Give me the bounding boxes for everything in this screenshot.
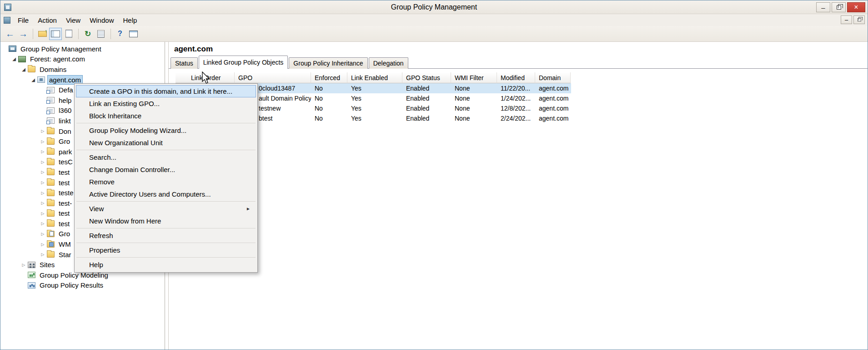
tree-item-forest-agent-com[interactable]: ◢Forest: agent.com: [0, 54, 165, 65]
cell-wmi-filter: None: [451, 105, 497, 112]
context-menu-item-help[interactable]: Help: [76, 259, 256, 271]
tree-item-label: Defa: [57, 85, 75, 95]
minimize-button[interactable]: –: [816, 2, 830, 12]
expander-collapsed-icon[interactable]: ▷: [40, 201, 46, 205]
mdi-minimize-button[interactable]: –: [841, 15, 852, 24]
menu-view[interactable]: View: [61, 14, 85, 26]
context-menu-item-label: Remove: [89, 178, 115, 186]
context-menu-item-properties[interactable]: Properties: [76, 244, 256, 256]
sites-icon: [28, 262, 35, 268]
context-menu-item-refresh[interactable]: Refresh: [76, 229, 256, 242]
console-window-icon: [4, 17, 10, 24]
column-header-modified[interactable]: Modified: [497, 72, 535, 83]
context-menu-item-new-organizational-unit[interactable]: New Organizational Unit: [76, 137, 256, 149]
menu-help[interactable]: Help: [118, 14, 141, 26]
menu-separator: [76, 228, 256, 228]
context-menu-item-link-an-existing-gpo[interactable]: Link an Existing GPO...: [76, 97, 256, 110]
tab-linked-group-policy-objects[interactable]: Linked Group Policy Objects: [199, 56, 288, 69]
column-header-gpo[interactable]: GPO: [235, 72, 311, 83]
context-menu-item-label: New Window from Here: [89, 217, 161, 225]
tree-item-label: park: [57, 147, 74, 157]
tree-item-label: WM: [57, 239, 73, 249]
expander-collapsed-icon[interactable]: ▷: [40, 129, 46, 133]
context-menu-item-label: Group Policy Modeling Wizard...: [89, 127, 186, 134]
expander-collapsed-icon[interactable]: ▷: [40, 149, 46, 154]
context-menu-item-remove[interactable]: Remove: [76, 176, 256, 188]
close-button[interactable]: ×: [847, 2, 865, 12]
menu-separator: [76, 257, 256, 258]
gpo-objects-icon: [47, 231, 55, 237]
cell-gpo-status: Enabled: [402, 95, 451, 102]
properties-icon[interactable]: [62, 28, 75, 40]
tab-group-policy-inheritance[interactable]: Group Policy Inheritance: [289, 57, 367, 69]
context-menu-item-create-a-gpo-in-this-domain-and-link-it-here[interactable]: Create a GPO in this domain, and Link it…: [76, 85, 256, 97]
expander-expanded-icon[interactable]: ◢: [11, 56, 17, 61]
forward-icon[interactable]: →: [17, 28, 30, 40]
cell-link-enabled: Yes: [347, 95, 402, 102]
expander-collapsed-icon[interactable]: ▷: [40, 170, 46, 174]
expander-collapsed-icon[interactable]: ▷: [40, 139, 46, 144]
modeling-icon: [28, 272, 35, 278]
column-header-link-enabled[interactable]: Link Enabled: [347, 72, 402, 83]
expander-expanded-icon[interactable]: ◢: [20, 67, 27, 72]
mdi-restore-button[interactable]: [853, 15, 865, 24]
context-menu-item-search[interactable]: Search...: [76, 151, 256, 163]
export-list-icon[interactable]: [95, 28, 107, 40]
expander-collapsed-icon[interactable]: ▷: [40, 242, 46, 247]
context-menu-item-active-directory-users-and-computers[interactable]: Active Directory Users and Computers...: [76, 188, 256, 200]
tree-item-label: teste: [57, 188, 75, 198]
context-menu-item-new-window-from-here[interactable]: New Window from Here: [76, 215, 256, 227]
tab-status[interactable]: Status: [171, 57, 198, 69]
new-window-icon[interactable]: [127, 28, 140, 40]
cell-modified: 1/24/202...: [497, 95, 535, 102]
column-header-gpo-status[interactable]: GPO Status: [402, 72, 451, 83]
restore-button[interactable]: [832, 2, 846, 12]
domain-icon: [37, 76, 45, 83]
toolbar-separator: [33, 29, 33, 39]
app-icon: [4, 4, 11, 11]
back-icon[interactable]: ←: [4, 28, 16, 40]
context-menu-item-view[interactable]: View►: [76, 203, 256, 215]
submenu-arrow-icon: ►: [246, 206, 251, 211]
ou-folder-icon: [47, 200, 55, 206]
tree-item-label: Don: [57, 127, 73, 136]
tree-item-domains[interactable]: ◢Domains: [0, 64, 165, 75]
context-menu-item-label: Block Inheritance: [89, 112, 141, 120]
menu-separator: [76, 201, 256, 202]
column-header-domain[interactable]: Domain: [535, 72, 571, 83]
tree-item-label: test: [57, 219, 71, 228]
context-menu-item-block-inheritance[interactable]: Block Inheritance: [76, 110, 256, 122]
expander-collapsed-icon[interactable]: ▷: [40, 180, 46, 185]
context-menu-item-group-policy-modeling-wizard[interactable]: Group Policy Modeling Wizard...: [76, 124, 256, 137]
show-console-tree-icon[interactable]: [49, 28, 62, 40]
help-icon[interactable]: ?: [114, 28, 126, 40]
menu-file[interactable]: File: [13, 14, 33, 26]
menu-window[interactable]: Window: [85, 14, 118, 26]
expander-collapsed-icon[interactable]: ▷: [40, 252, 46, 257]
expander-collapsed-icon[interactable]: ▷: [40, 221, 46, 226]
expander-expanded-icon[interactable]: ◢: [30, 77, 36, 82]
menu-action[interactable]: Action: [33, 14, 61, 26]
tree-item-group-policy-management[interactable]: Group Policy Management: [0, 44, 165, 54]
cell-enforced: No: [311, 85, 347, 92]
expander-collapsed-icon[interactable]: ▷: [40, 211, 46, 216]
column-header-enforced[interactable]: Enforced: [311, 72, 347, 83]
expander-collapsed-icon[interactable]: ▷: [20, 263, 27, 267]
column-header-wmi-filter[interactable]: WMI Filter: [451, 72, 497, 83]
context-menu-item-label: Help: [89, 261, 103, 269]
context-menu-item-change-domain-controller[interactable]: Change Domain Controller...: [76, 163, 256, 176]
expander-collapsed-icon[interactable]: ▷: [40, 232, 46, 236]
ou-folder-icon: [47, 148, 55, 155]
refresh-icon[interactable]: ↻: [81, 28, 94, 40]
up-one-level-icon[interactable]: [36, 28, 49, 40]
expander-collapsed-icon[interactable]: ▷: [40, 191, 46, 195]
minimize-icon: –: [821, 4, 825, 11]
restore-icon: [837, 5, 841, 10]
toolbar: ←→↻?: [0, 26, 868, 42]
toolbar-separator: [110, 29, 111, 39]
menu-separator: [76, 243, 256, 243]
expander-collapsed-icon[interactable]: ▷: [40, 160, 46, 164]
tree-item-group-policy-results[interactable]: Group Policy Results: [0, 280, 165, 291]
close-icon: ×: [854, 3, 858, 11]
tab-delegation[interactable]: Delegation: [369, 57, 408, 69]
